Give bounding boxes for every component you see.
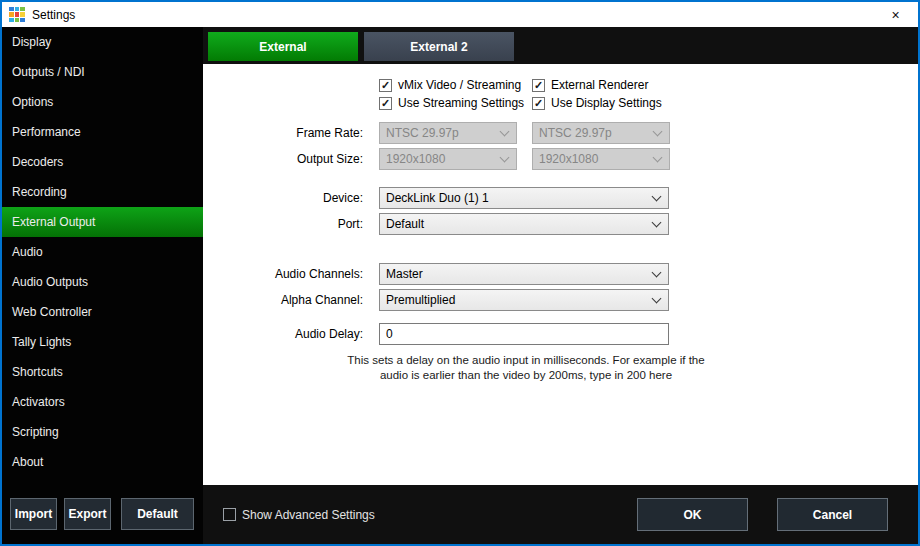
output-size-select-1: 1920x1080 (379, 148, 517, 170)
sidebar-item-about[interactable]: About (2, 447, 203, 477)
sidebar-item-label: Audio Outputs (12, 275, 88, 289)
checkbox-external-renderer[interactable] (532, 79, 545, 92)
tab-bar: External External 2 (203, 27, 918, 64)
external-output-panel: vMix Video / Streaming External Renderer… (203, 64, 918, 485)
app-icon (9, 7, 25, 23)
alpha-channel-select[interactable]: Premultiplied (379, 289, 669, 311)
chevron-down-icon (652, 293, 662, 303)
sidebar-item-audio[interactable]: Audio (2, 237, 203, 267)
checkbox-row-2: Use Streaming Settings Use Display Setti… (203, 96, 918, 110)
audio-channels-row: Audio Channels: Master (203, 263, 918, 285)
sidebar-item-label: Display (12, 35, 51, 49)
frame-rate-value-2: NTSC 29.97p (539, 126, 648, 140)
checkbox-label: Use Display Settings (551, 96, 662, 110)
sidebar-item-label: Performance (12, 125, 81, 139)
import-button[interactable]: Import (10, 498, 57, 530)
sidebar-item-label: Tally Lights (12, 335, 71, 349)
sidebar-item-label: Options (12, 95, 53, 109)
tab-label: External (259, 40, 306, 54)
sidebar-item-label: Web Controller (12, 305, 92, 319)
sidebar-item-label: Shortcuts (12, 365, 63, 379)
ok-button[interactable]: OK (637, 498, 748, 531)
audio-channels-select[interactable]: Master (379, 263, 669, 285)
audio-channels-value: Master (386, 267, 647, 281)
sidebar-item-external-output[interactable]: External Output (2, 207, 203, 237)
chevron-down-icon (500, 152, 510, 162)
alpha-channel-label: Alpha Channel: (203, 293, 363, 307)
checkbox-row-1: vMix Video / Streaming External Renderer (203, 78, 918, 92)
window-title: Settings (32, 8, 75, 22)
device-label: Device: (203, 191, 363, 205)
title-bar: Settings × (2, 2, 918, 27)
sidebar-item-label: Outputs / NDI (12, 65, 85, 79)
checkbox-use-display-settings[interactable] (532, 97, 545, 110)
sidebar: Display Outputs / NDI Options Performanc… (2, 27, 203, 544)
sidebar-item-label: Activators (12, 395, 65, 409)
port-select[interactable]: Default (379, 213, 669, 235)
sidebar-item-web-controller[interactable]: Web Controller (2, 297, 203, 327)
alpha-channel-value: Premultiplied (386, 293, 647, 307)
settings-window: Settings × Display Outputs / NDI Options… (0, 0, 920, 546)
chevron-down-icon (653, 152, 663, 162)
audio-delay-row: Audio Delay: (203, 323, 918, 345)
sidebar-item-scripting[interactable]: Scripting (2, 417, 203, 447)
audio-delay-input[interactable] (379, 323, 669, 345)
sidebar-item-shortcuts[interactable]: Shortcuts (2, 357, 203, 387)
footer-bar: Show Advanced Settings OK Cancel (203, 485, 918, 544)
audio-channels-label: Audio Channels: (203, 267, 363, 281)
sidebar-item-decoders[interactable]: Decoders (2, 147, 203, 177)
chevron-down-icon (652, 267, 662, 277)
port-label: Port: (203, 217, 363, 231)
tab-label: External 2 (410, 40, 467, 54)
audio-delay-help-text: This sets a delay on the audio input in … (346, 353, 706, 383)
alpha-channel-row: Alpha Channel: Premultiplied (203, 289, 918, 311)
audio-delay-label: Audio Delay: (203, 327, 363, 341)
show-advanced-settings: Show Advanced Settings (223, 508, 375, 522)
close-button[interactable]: × (873, 2, 918, 27)
chevron-down-icon (652, 217, 662, 227)
tab-external-2[interactable]: External 2 (364, 32, 514, 61)
sidebar-item-recording[interactable]: Recording (2, 177, 203, 207)
chevron-down-icon (653, 126, 663, 136)
content-area: External External 2 vMix Video / Streami… (203, 27, 918, 544)
sidebar-item-audio-outputs[interactable]: Audio Outputs (2, 267, 203, 297)
close-icon: × (891, 7, 899, 23)
checkbox-label: Use Streaming Settings (398, 96, 524, 110)
frame-rate-select-1: NTSC 29.97p (379, 122, 517, 144)
sidebar-item-performance[interactable]: Performance (2, 117, 203, 147)
device-select[interactable]: DeckLink Duo (1) 1 (379, 187, 669, 209)
device-row: Device: DeckLink Duo (1) 1 (203, 187, 918, 209)
output-size-row: Output Size: 1920x1080 1920x1080 (203, 148, 918, 170)
port-value: Default (386, 217, 647, 231)
chevron-down-icon (500, 126, 510, 136)
checkbox-label: vMix Video / Streaming (398, 78, 521, 92)
frame-rate-select-2: NTSC 29.97p (532, 122, 670, 144)
tab-external[interactable]: External (208, 32, 358, 61)
output-size-label: Output Size: (203, 152, 363, 166)
port-row: Port: Default (203, 213, 918, 235)
sidebar-item-label: Scripting (12, 425, 59, 439)
checkbox-label: External Renderer (551, 78, 648, 92)
output-size-select-2: 1920x1080 (532, 148, 670, 170)
sidebar-item-label: Decoders (12, 155, 63, 169)
sidebar-item-label: Recording (12, 185, 67, 199)
checkbox-vmix-video-streaming[interactable] (379, 79, 392, 92)
default-button[interactable]: Default (121, 498, 194, 530)
sidebar-item-display[interactable]: Display (2, 27, 203, 57)
output-size-value-2: 1920x1080 (539, 152, 648, 166)
sidebar-item-tally-lights[interactable]: Tally Lights (2, 327, 203, 357)
chevron-down-icon (652, 191, 662, 201)
export-button[interactable]: Export (64, 498, 111, 530)
sidebar-item-label: Audio (12, 245, 43, 259)
sidebar-item-options[interactable]: Options (2, 87, 203, 117)
cancel-button[interactable]: Cancel (777, 498, 888, 531)
sidebar-item-outputs-ndi[interactable]: Outputs / NDI (2, 57, 203, 87)
show-advanced-checkbox[interactable] (223, 508, 236, 521)
frame-rate-label: Frame Rate: (203, 126, 363, 140)
device-value: DeckLink Duo (1) 1 (386, 191, 647, 205)
sidebar-item-activators[interactable]: Activators (2, 387, 203, 417)
show-advanced-label: Show Advanced Settings (242, 508, 375, 522)
checkbox-use-streaming-settings[interactable] (379, 97, 392, 110)
frame-rate-row: Frame Rate: NTSC 29.97p NTSC 29.97p (203, 122, 918, 144)
frame-rate-value-1: NTSC 29.97p (386, 126, 495, 140)
